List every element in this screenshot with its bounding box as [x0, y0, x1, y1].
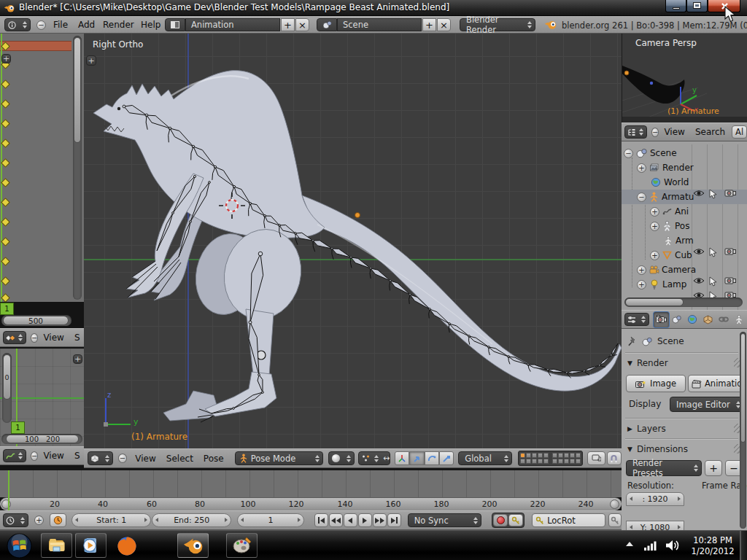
scrubber-knob[interactable] [1, 499, 11, 509]
taskbar-item-blender[interactable] [177, 533, 209, 558]
collapse-menus-button[interactable]: − [36, 20, 46, 30]
tab-world[interactable] [685, 312, 700, 327]
editor-type-timeline[interactable] [3, 513, 28, 527]
scrollbar-thumb[interactable]: 0 [3, 354, 11, 400]
graph-vscrollbar[interactable]: 0 [2, 353, 12, 423]
scene-field[interactable]: Scene [337, 18, 422, 31]
render-image-button[interactable]: Image [626, 375, 686, 392]
outliner-menu-search[interactable]: Search [690, 127, 730, 137]
show-desktop-button[interactable] [740, 531, 747, 560]
outliner-display-dropdown[interactable]: Al [732, 125, 747, 139]
keyframe-diamond[interactable] [1, 139, 10, 148]
render-panel-header[interactable]: ▼ Render [627, 356, 668, 370]
editor-type-dopesheet[interactable] [3, 331, 26, 344]
editor-type-graph[interactable] [3, 449, 26, 462]
menu-file[interactable]: File [48, 20, 73, 30]
lock-to-scene-toggle[interactable] [587, 451, 605, 465]
graph-hscrollbar[interactable]: 100 200 [1, 434, 82, 444]
dopesheet-summary-bar[interactable] [0, 41, 71, 51]
region-expand-button[interactable]: + [73, 354, 82, 364]
viewport-menu-pose[interactable]: Pose [198, 454, 229, 464]
camera-view-region[interactable]: Camera Persp y x (1) Armature [622, 34, 747, 122]
mode-dropdown[interactable]: Pose Mode [235, 451, 323, 465]
graph-menu-view[interactable]: View [38, 451, 69, 461]
manipulator-axes-toggle[interactable] [395, 451, 409, 465]
tab-scene[interactable] [669, 312, 684, 327]
timeline-canvas[interactable] [0, 470, 622, 497]
taskbar-item-firefox[interactable] [111, 534, 142, 559]
jump-prev-keyframe-button[interactable] [329, 513, 343, 527]
add-preset-button[interactable]: + [705, 460, 722, 476]
resolution-x-field[interactable]: : 1920 [626, 492, 684, 506]
keyframe-diamond[interactable] [1, 198, 10, 207]
keyframe-diamond[interactable] [1, 178, 10, 187]
keyframe-diamond[interactable] [1, 276, 10, 286]
scrollbar-thumb[interactable]: 500 [3, 316, 69, 325]
viewport-menu-view[interactable]: View [130, 454, 160, 464]
preview-range-toggle[interactable] [50, 513, 66, 527]
collapse-menus-button[interactable]: − [31, 333, 38, 343]
display-dropdown[interactable]: Image Editor [670, 397, 744, 412]
editor-type-properties[interactable] [624, 313, 649, 326]
keyframe-diamond[interactable] [1, 158, 10, 168]
keyframe-diamond[interactable] [1, 257, 10, 266]
restrict-columns[interactable] [693, 190, 738, 310]
scrollbar-thumb[interactable] [74, 37, 81, 143]
sync-dropdown[interactable]: No Sync [408, 513, 481, 527]
tab-object[interactable] [700, 312, 716, 327]
delete-scene-button[interactable]: × [437, 18, 451, 31]
minimize-button[interactable] [665, 0, 686, 12]
manipulate-centers-icon[interactable]: ↔ [383, 454, 390, 463]
graph-editor-canvas[interactable]: 0 + 1 100 200 [0, 349, 84, 446]
expand-toggle[interactable]: + [637, 265, 646, 275]
dopesheet-vscrollbar[interactable] [73, 36, 82, 300]
maximize-button[interactable] [686, 0, 708, 12]
screen-layout-field[interactable]: Animation [185, 18, 280, 31]
play-button[interactable] [358, 513, 372, 527]
taskbar-item-gimp[interactable] [226, 533, 258, 558]
editor-type-outliner[interactable] [624, 125, 647, 139]
translate-manipulator-toggle[interactable] [409, 451, 424, 465]
menu-render[interactable]: Render [98, 20, 139, 30]
resolution-y-field[interactable]: Y: 1080 [626, 521, 684, 530]
outliner-row-renderlayers[interactable]: + Render [622, 160, 747, 175]
expand-menus-button[interactable]: + [34, 516, 44, 525]
viewport-menu-select[interactable]: Select [161, 454, 198, 464]
menu-help[interactable]: Help [136, 20, 166, 30]
dimensions-panel-header[interactable]: ▼ Dimensions [627, 442, 688, 456]
outliner-hscrollbar[interactable] [624, 298, 743, 307]
network-icon[interactable] [643, 540, 658, 551]
expand-toggle[interactable]: + [650, 207, 659, 217]
current-frame-field[interactable]: 1 [237, 513, 303, 527]
dopesheet-menu-select[interactable]: S [69, 332, 85, 343]
graph-menu-select[interactable]: S [69, 451, 85, 461]
editor-type-3dview[interactable] [88, 451, 113, 465]
expand-toggle[interactable]: + [637, 280, 646, 289]
region-expand-button[interactable]: + [86, 55, 96, 66]
expand-toggle[interactable]: + [650, 222, 659, 231]
region-expand-button[interactable]: + [1, 54, 11, 63]
tab-render[interactable] [654, 312, 669, 327]
tray-expand-icon[interactable] [626, 542, 633, 546]
tab-constraints[interactable] [716, 312, 731, 327]
keyframe-diamond[interactable] [1, 119, 10, 128]
properties-vscrollbar[interactable] [740, 332, 746, 529]
outliner-row-world[interactable]: World [622, 175, 747, 190]
outliner-row-scene[interactable]: − Scene [622, 146, 747, 160]
jump-to-start-button[interactable] [314, 513, 328, 527]
title-bar[interactable]: Blender* [C:\Users\Mike\Desktop\Game Dev… [0, 0, 747, 16]
shading-dropdown[interactable] [328, 451, 355, 465]
insert-keyframe-button[interactable] [608, 513, 622, 527]
play-reverse-button[interactable] [344, 513, 357, 527]
timeline-current-frame-line[interactable] [8, 470, 9, 510]
timeline-scrubber[interactable]: 20 40 60 80 100 120 140 160 180 200 220 … [0, 497, 622, 510]
collapse-menus-button[interactable]: − [31, 451, 38, 461]
screen-layout-icon-button[interactable] [165, 18, 185, 31]
jump-to-end-button[interactable] [387, 513, 401, 527]
render-animation-button[interactable]: Animatio [688, 375, 746, 392]
keyframe-diamond[interactable] [1, 217, 10, 227]
tray-clock[interactable]: 10:28 PM 1/20/2012 [689, 534, 737, 558]
layers-widget[interactable] [518, 451, 583, 466]
render-presets-dropdown[interactable]: Render Presets [626, 460, 702, 476]
pivot-dropdown[interactable]: ↔ [358, 451, 390, 465]
